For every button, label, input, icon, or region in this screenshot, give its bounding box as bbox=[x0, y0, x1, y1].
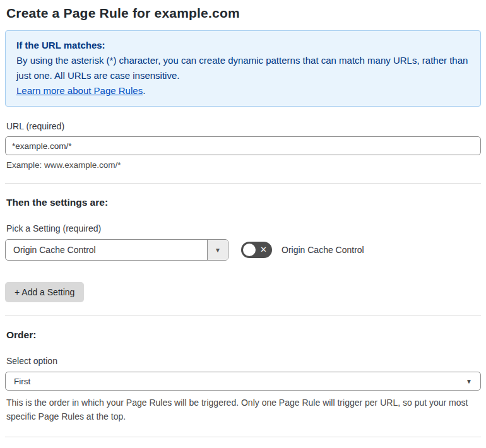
divider bbox=[5, 315, 481, 316]
dropdown-arrow-button[interactable]: ▼ bbox=[207, 240, 228, 260]
setting-dropdown[interactable]: Origin Cache Control ▼ bbox=[5, 239, 228, 261]
learn-more-link[interactable]: Learn more about Page Rules bbox=[16, 85, 143, 96]
info-box-heading: If the URL matches: bbox=[16, 38, 470, 53]
info-box-body: By using the asterisk (*) character, you… bbox=[16, 53, 470, 83]
setting-row: Origin Cache Control ▼ ✕ Origin Cache Co… bbox=[5, 239, 481, 261]
link-period: . bbox=[143, 85, 145, 96]
divider bbox=[5, 437, 481, 437]
chevron-down-icon: ▼ bbox=[215, 247, 221, 254]
info-box-link-line: Learn more about Page Rules. bbox=[16, 83, 470, 98]
origin-cache-control-toggle[interactable]: ✕ bbox=[241, 242, 272, 258]
page-title: Create a Page Rule for example.com bbox=[6, 6, 481, 21]
divider bbox=[5, 183, 481, 184]
toggle-label: Origin Cache Control bbox=[282, 245, 364, 255]
add-setting-button[interactable]: + Add a Setting bbox=[5, 282, 84, 302]
order-select-value: First bbox=[14, 377, 30, 386]
setting-dropdown-value: Origin Cache Control bbox=[6, 240, 207, 260]
order-section-heading: Order: bbox=[6, 329, 481, 341]
url-input[interactable] bbox=[5, 136, 481, 155]
chevron-down-icon: ▼ bbox=[466, 378, 472, 385]
settings-section-heading: Then the settings are: bbox=[6, 197, 481, 208]
url-example-text: Example: www.example.com/* bbox=[6, 160, 481, 170]
page-rule-form: Create a Page Rule for example.com If th… bbox=[0, 0, 486, 448]
toggle-knob bbox=[243, 244, 256, 256]
url-label: URL (required) bbox=[6, 121, 481, 131]
select-option-label: Select option bbox=[6, 356, 481, 366]
pick-setting-label: Pick a Setting (required) bbox=[6, 223, 481, 233]
toggle-off-icon: ✕ bbox=[260, 245, 267, 254]
order-select[interactable]: First ▼ bbox=[5, 372, 481, 391]
order-help-text: This is the order in which your Page Rul… bbox=[6, 396, 473, 423]
url-match-info-box: If the URL matches: By using the asteris… bbox=[5, 30, 481, 107]
